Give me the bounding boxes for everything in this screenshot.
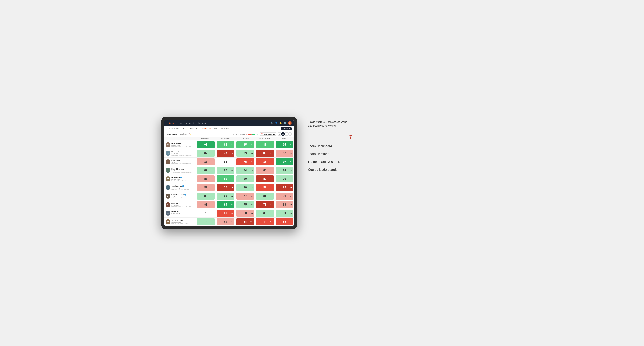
table-row[interactable]: JC Josh Coles 1-5 Handicap Royal North D… xyxy=(164,200,294,209)
stat-box: 58 10▲ xyxy=(236,218,254,225)
table-row[interactable]: DF David Ford ✓ Plus Handicap Royal Nort… xyxy=(164,175,294,183)
col-header-tee[interactable]: Off the Tee ↕ xyxy=(216,137,235,141)
stat-cell-0-4: 95 9▲ xyxy=(275,141,294,149)
menu-item-team-heatmap[interactable]: Team Heatmap xyxy=(308,152,354,156)
settings-icon[interactable]: ⚙️ xyxy=(284,122,286,124)
stat-change: 10▲ xyxy=(250,221,253,222)
stat-change: 3▼ xyxy=(212,187,214,188)
col-header-putting[interactable]: Putting ↕ xyxy=(275,137,294,141)
player-club: Craigmillar Park, United Kingdom xyxy=(172,197,192,198)
sub-nav-pgat[interactable]: PGAT Players xyxy=(167,126,181,131)
stat-cell-0-1: 84 6▲ xyxy=(216,141,235,149)
player-info: Dave Billingham 1-5 Handicap Gog Magog G… xyxy=(172,168,194,173)
col-header-approach[interactable]: Approach ↕ xyxy=(235,137,255,141)
edit-icon[interactable]: ✏️ xyxy=(189,133,191,135)
stat-cell-3-1: 82 4▲ xyxy=(216,166,235,175)
stat-box: 75 xyxy=(197,210,214,217)
stat-cell-1-4: 92 3▼ xyxy=(275,149,294,158)
player-name: Aaron Nicholls xyxy=(172,219,194,221)
stat-change: 3▲ xyxy=(290,178,292,180)
stat-change: 7▲ xyxy=(231,178,233,180)
table-row[interactable]: CR Chris Robertson ✓ 1-5 Handicap Craigm… xyxy=(164,192,294,200)
menu-item-course-leaderboards[interactable]: Course leaderboards xyxy=(308,168,354,172)
person-icon[interactable]: 👤 xyxy=(275,122,278,124)
avatar[interactable]: U xyxy=(288,121,292,125)
sort-button[interactable]: ↕ xyxy=(288,133,292,136)
stat-change: 4▲ xyxy=(212,170,214,171)
table-row[interactable]: AN Aaron Nicholls 11-15 Handicap Drift G… xyxy=(164,218,294,226)
stat-value: 95 xyxy=(283,143,286,146)
nav-link-myperformance[interactable]: My Performance xyxy=(193,121,206,125)
stat-change: 3▼ xyxy=(212,178,214,180)
avatar-initials: JC xyxy=(167,204,169,205)
col-header-quality[interactable]: Player Quality ↕ xyxy=(196,137,216,141)
stat-change: 4▼ xyxy=(290,221,292,222)
menu-item-leaderboards[interactable]: Leaderboards & streaks xyxy=(308,160,354,164)
stat-value: 85 xyxy=(204,177,208,180)
sub-nav-hcaps[interactable]: Hcaps 1-5 xyxy=(188,126,199,131)
stat-box: 87 1▲ xyxy=(197,150,214,157)
stat-value: 81 xyxy=(263,194,266,198)
sub-nav-pga[interactable]: PGA xyxy=(181,126,188,131)
table-row[interactable]: MM Matt Miller 6-10 Handicap Woburn Golf… xyxy=(164,209,294,218)
menu-item-team-dashboard[interactable]: Team Dashboard xyxy=(308,144,354,148)
stat-box: 73 11▼ xyxy=(217,150,234,157)
avatar-initials: CQ xyxy=(167,187,169,188)
list-view-button[interactable]: ≡ xyxy=(285,133,288,136)
table-row[interactable]: DB Dave Billingham 1-5 Handicap Gog Mago… xyxy=(164,166,294,175)
stat-box: 89 7▲ xyxy=(217,175,234,182)
col-header-player xyxy=(164,137,196,141)
player-club: Gog Magog Golf Club, United Kingdom xyxy=(172,172,192,173)
last-rounds-button[interactable]: 📅 Last Rounds: 20 xyxy=(260,133,276,136)
last-rounds-label: Last Rounds: xyxy=(264,133,272,135)
table-row[interactable]: EC Edward Crossman 1-5 Handicap Sunningd… xyxy=(164,149,294,158)
stat-value: 85 xyxy=(244,143,247,146)
stat-cell-6-2: 77 3▼ xyxy=(235,192,255,200)
player-handicap: Plus Handicap xyxy=(172,144,194,146)
stat-value: 91 xyxy=(283,194,286,198)
player-name: David Ford ✓ xyxy=(172,177,194,178)
search-icon[interactable]: 🔍 xyxy=(270,122,273,124)
stat-cell-1-0: 87 1▲ xyxy=(196,149,216,158)
stat-box: 87 4▲ xyxy=(197,167,214,174)
sub-nav-teamclippd[interactable]: Team Clippd xyxy=(199,126,212,131)
grid-view-button[interactable]: ⊞ xyxy=(278,133,281,136)
player-avatar: BM xyxy=(166,142,170,147)
stat-cell-4-3: 83 10▼ xyxy=(255,175,274,183)
stat-value: 86 xyxy=(263,160,266,163)
logo[interactable]: clippd xyxy=(167,122,175,124)
sort-arrow-around: ↕ xyxy=(271,138,272,139)
player-info: Elliot Ebert 1-5 Handicap Sunningdale Go… xyxy=(172,160,194,164)
sub-nav-allplayers[interactable]: All Players xyxy=(219,126,230,131)
bell-icon[interactable]: 🔔 xyxy=(279,122,282,124)
stat-cell-2-2: 75 3▼ xyxy=(235,158,255,166)
stat-cell-8-0: 75 xyxy=(196,209,216,218)
stat-cell-8-2: 58 4▲ xyxy=(235,209,255,218)
sort-arrow-approach: ↕ xyxy=(248,138,249,139)
nav-link-teams[interactable]: Teams xyxy=(185,121,190,125)
sub-nav-tour[interactable]: Tour xyxy=(212,126,219,131)
heatmap-view-button[interactable]: ▦ xyxy=(282,133,284,136)
col-header-around[interactable]: Around the Green ↕ xyxy=(255,137,274,141)
stat-value: 85 xyxy=(283,220,286,223)
stat-box: 60 2▲ xyxy=(217,192,234,199)
table-row[interactable]: EE Elliot Ebert 1-5 Handicap Sunningdale… xyxy=(164,158,294,166)
stat-cell-6-4: 91 3▼ xyxy=(275,192,294,200)
stat-box: 80 3▲ xyxy=(236,175,254,182)
add-team-button[interactable]: Add Team xyxy=(281,127,292,130)
stat-box: 88 1▼ xyxy=(256,141,274,148)
heatmap-bar xyxy=(248,134,256,135)
stat-change: 2▼ xyxy=(290,204,292,205)
table-row[interactable]: BM Blair McHarg Plus Handicap Royal Nort… xyxy=(164,141,294,149)
stat-value: 80 xyxy=(244,186,247,189)
stat-value: 95 xyxy=(224,203,227,206)
stat-value: 77 xyxy=(244,194,247,198)
nav-link-home[interactable]: Home xyxy=(178,121,183,125)
stat-box: 95 8▲ xyxy=(217,201,234,208)
stat-change: 1▲ xyxy=(251,170,253,171)
stat-value: 61 xyxy=(224,212,227,215)
stat-change: 4▲ xyxy=(271,195,273,197)
table-row[interactable]: CQ Charlie Quick ✓ 6-10 Handicap St. Geo… xyxy=(164,183,294,192)
stat-cell-4-1: 89 7▲ xyxy=(216,175,235,183)
stat-cell-9-0: 74 8▲ xyxy=(196,218,216,226)
